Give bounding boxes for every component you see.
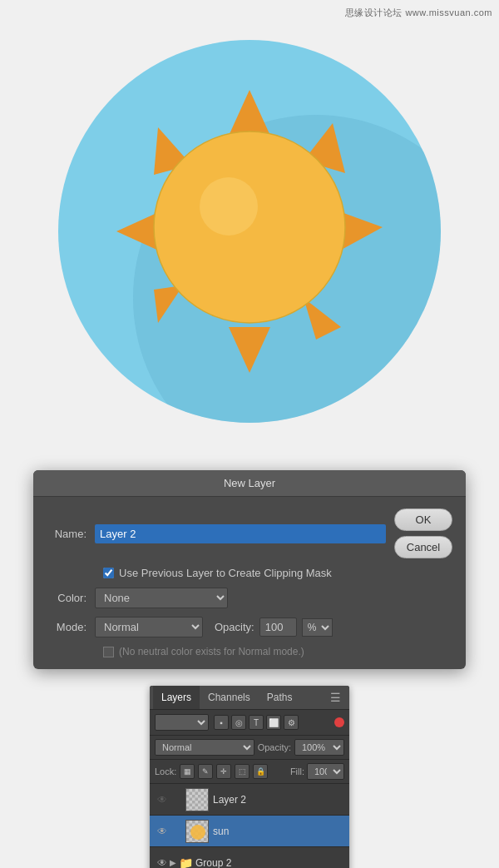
opacity-unit-select[interactable]: % (302, 618, 333, 637)
layers-tabs: Layers Channels Paths ☰ (150, 686, 349, 710)
fill-row: Fill: 100% (290, 763, 344, 780)
neutral-note-text: (No neutral color exists for Normal mode… (119, 646, 304, 657)
mode-row: Mode: Normal Dissolve Multiply Screen Ov… (47, 617, 452, 637)
visibility-icon-sun[interactable]: 👁 (155, 824, 170, 839)
name-label: Name: (47, 528, 95, 540)
lock-all-icon[interactable]: 🔒 (253, 764, 268, 779)
lock-brush-icon[interactable]: ✎ (198, 764, 213, 779)
tab-channels[interactable]: Channels (200, 686, 259, 709)
ok-button[interactable]: OK (394, 508, 452, 531)
fill-select[interactable]: 100% (307, 763, 344, 780)
group2-name: Group 2 (195, 857, 344, 869)
lock-artboard-icon[interactable]: ⬚ (235, 764, 250, 779)
lock-row: Lock: ▦ ✎ ✛ ⬚ 🔒 Fill: 100% (150, 760, 349, 784)
clipping-mask-label: Use Previous Layer to Create Clipping Ma… (119, 567, 332, 579)
color-row: Color: None Red Orange Yellow Green Blue… (47, 588, 452, 608)
neutral-checkbox (103, 647, 114, 657)
svg-rect-16 (186, 789, 209, 811)
mode-select[interactable]: Normal Dissolve Multiply Screen Overlay (95, 617, 203, 637)
lock-label: Lock: (155, 766, 176, 776)
svg-point-12 (200, 177, 258, 236)
opacity-row: Opacity: % (215, 618, 333, 637)
filter-icons: ▪ ◎ T ⬜ ⚙ (214, 715, 299, 730)
filter-kind-select[interactable]: Kind (155, 714, 209, 731)
clipping-mask-row: Use Previous Layer to Create Clipping Ma… (47, 567, 452, 579)
layer2-name: Layer 2 (213, 794, 344, 806)
layers-opacity-select[interactable]: 100% (294, 739, 344, 756)
fill-label: Fill: (290, 766, 304, 776)
svg-point-21 (190, 825, 205, 840)
layer2-thumb-svg (186, 789, 209, 811)
layer-row-layer2[interactable]: 👁 Layer 2 (150, 784, 349, 816)
lock-move-icon[interactable]: ✛ (216, 764, 231, 779)
visibility-icon-group2[interactable]: 👁 (155, 856, 170, 869)
filter-active-dot (334, 717, 344, 727)
sun-svg (58, 40, 441, 423)
clipping-mask-checkbox[interactable] (103, 568, 114, 578)
filter-type-icon[interactable]: T (249, 715, 264, 730)
color-select[interactable]: None Red Orange Yellow Green Blue Violet… (95, 588, 228, 608)
sun-thumb-svg (186, 821, 209, 843)
name-input[interactable] (95, 524, 386, 543)
opacity-input[interactable] (259, 618, 297, 637)
group-arrow-icon[interactable]: ▶ (170, 858, 176, 867)
sun-layer-name: sun (213, 826, 344, 837)
neutral-note-row: (No neutral color exists for Normal mode… (47, 646, 452, 657)
mode-label: Mode: (47, 621, 95, 633)
color-label: Color: (47, 592, 95, 604)
filter-shape-icon[interactable]: ⬜ (266, 715, 281, 730)
cancel-button[interactable]: Cancel (394, 536, 452, 558)
sun-thumbnail (185, 820, 209, 843)
name-row: Name: OK Cancel (47, 508, 452, 558)
layer2-thumbnail (185, 788, 209, 811)
watermark: 思缘设计论坛 www.missvuan.com (345, 7, 492, 19)
new-layer-dialog: New Layer Name: OK Cancel Use Previous L… (33, 470, 466, 669)
folder-icon: 📁 (179, 856, 193, 869)
search-filter-row: Kind ▪ ◎ T ⬜ ⚙ (150, 710, 349, 736)
sun-illustration-area (0, 0, 499, 462)
layers-menu-icon[interactable]: ☰ (325, 686, 346, 709)
layers-mode-select[interactable]: Normal Multiply Screen (155, 739, 254, 756)
tab-paths[interactable]: Paths (259, 686, 301, 709)
layers-panel: Layers Channels Paths ☰ Kind ▪ ◎ T ⬜ ⚙ (150, 686, 349, 868)
layers-area: Layers Channels Paths ☰ Kind ▪ ◎ T ⬜ ⚙ (0, 686, 499, 868)
dialog-title: New Layer (33, 470, 466, 497)
dialog-area: New Layer Name: OK Cancel Use Previous L… (0, 462, 499, 686)
filter-smart-icon[interactable]: ⚙ (284, 715, 299, 730)
filter-pixel-icon[interactable]: ▪ (214, 715, 229, 730)
dialog-buttons: OK Cancel (394, 508, 452, 558)
filter-adjust-icon[interactable]: ◎ (231, 715, 246, 730)
layer-row-sun[interactable]: 👁 sun (150, 816, 349, 847)
opacity-text-label: Opacity: (258, 742, 291, 752)
tab-layers[interactable]: Layers (153, 686, 200, 709)
svg-point-11 (154, 131, 345, 323)
layer-row-group2[interactable]: 👁 ▶ 📁 Group 2 (150, 847, 349, 868)
opacity-label: Opacity: (215, 621, 254, 633)
visibility-icon-layer2[interactable]: 👁 (155, 792, 170, 807)
mode-opacity-row: Normal Multiply Screen Opacity: 100% (150, 736, 349, 760)
lock-transparent-icon[interactable]: ▦ (180, 764, 195, 779)
sun-circle-container (58, 40, 441, 423)
